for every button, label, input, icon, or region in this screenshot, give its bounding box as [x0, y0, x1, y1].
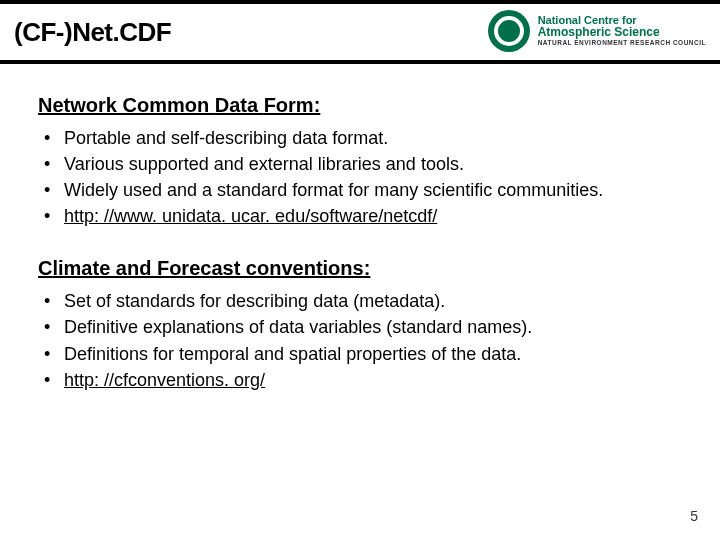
list-item: Widely used and a standard format for ma…	[40, 177, 682, 203]
section2-heading: Climate and Forecast conventions:	[38, 257, 682, 280]
list-item: Various supported and external libraries…	[40, 151, 682, 177]
section1-list: Portable and self-describing data format…	[40, 125, 682, 229]
org-logo-icon	[488, 10, 530, 52]
list-item: Definitions for temporal and spatial pro…	[40, 341, 682, 367]
netcdf-link[interactable]: http: //www. unidata. ucar. edu/software…	[64, 206, 437, 226]
org-line3: NATURAL ENVIRONMENT RESEARCH COUNCIL	[538, 40, 706, 47]
org-logo-text: National Centre for Atmospheric Science …	[538, 15, 706, 47]
list-item: Portable and self-describing data format…	[40, 125, 682, 151]
header-bar: (CF-)Net.CDF National Centre for Atmosph…	[0, 0, 720, 64]
slide-content: Network Common Data Form: Portable and s…	[0, 64, 720, 393]
list-item: http: //cfconventions. org/	[40, 367, 682, 393]
page-number: 5	[690, 508, 698, 524]
list-item: Definitive explanations of data variable…	[40, 314, 682, 340]
slide-title: (CF-)Net.CDF	[14, 17, 171, 48]
section2-list: Set of standards for describing data (me…	[40, 288, 682, 392]
org-line2: Atmospheric Science	[538, 26, 706, 38]
list-item: http: //www. unidata. ucar. edu/software…	[40, 203, 682, 229]
cfconventions-link[interactable]: http: //cfconventions. org/	[64, 370, 265, 390]
org-logo-block: National Centre for Atmospheric Science …	[488, 10, 706, 52]
list-item: Set of standards for describing data (me…	[40, 288, 682, 314]
section1-heading: Network Common Data Form:	[38, 94, 682, 117]
